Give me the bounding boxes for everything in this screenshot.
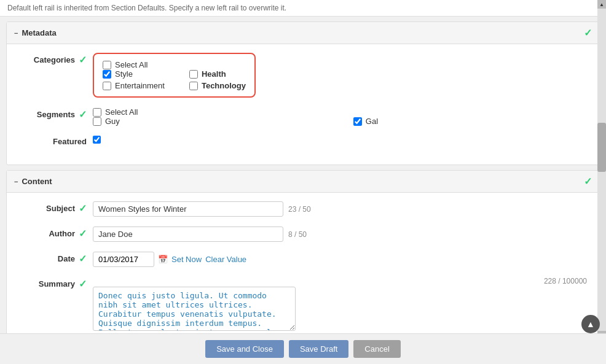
segments-label-inner: Segments ✓ (19, 109, 87, 120)
categories-valid-icon: ✓ (79, 54, 87, 66)
metadata-header: − Metadata ✓ (7, 22, 599, 44)
metadata-valid-icon: ✓ (584, 27, 592, 39)
summary-control: 228 / 100000 Donec quis justo ligula. Ut… (93, 277, 587, 333)
subject-input[interactable] (93, 201, 283, 217)
scroll-up-button[interactable]: ▲ (597, 0, 606, 9)
summary-label-container: Summary ✓ (19, 277, 93, 290)
metadata-body: Categories ✓ Select All Style (7, 44, 599, 165)
cat-technology-label[interactable]: Technology (202, 81, 246, 90)
page-wrapper: Default left rail is inherited from Sect… (0, 0, 606, 364)
author-input-row: 8 / 50 (93, 227, 587, 242)
author-row: Author ✓ 8 / 50 (19, 227, 587, 242)
seg-guy-checkbox[interactable] (93, 117, 101, 126)
content-title: Content (22, 177, 52, 186)
summary-textarea[interactable]: Donec quis justo ligula. Ut commodo nibh… (93, 287, 296, 331)
cat-style-item: Style (103, 69, 165, 79)
summary-area: 228 / 100000 Donec quis justo ligula. Ut… (93, 277, 587, 333)
featured-checkbox[interactable] (93, 136, 101, 144)
seg-select-all-label[interactable]: Select All (105, 107, 138, 117)
top-info-bar: Default left rail is inherited from Sect… (0, 0, 606, 17)
subject-char-count: 23 / 50 (288, 205, 311, 214)
date-row: Date ✓ 📅 Set Now Clear Value (19, 252, 587, 267)
calendar-icon[interactable]: 📅 (158, 255, 168, 264)
subject-label: Subject (46, 204, 75, 213)
cat-select-all-checkbox[interactable] (103, 61, 111, 69)
subject-label-inner: Subject ✓ (19, 203, 87, 214)
seg-gal-label[interactable]: Gal (366, 117, 378, 126)
cat-entertainment-label[interactable]: Entertainment (115, 81, 165, 90)
subject-control: 23 / 50 (93, 201, 587, 217)
metadata-title: Metadata (22, 28, 56, 37)
featured-control (93, 136, 587, 145)
featured-label-inner: Featured (19, 137, 87, 146)
footer-bar: Save and Close Save Draft Cancel (0, 333, 606, 364)
categories-label: Categories (34, 55, 75, 64)
cat-technology-item: Technology (189, 81, 246, 90)
featured-row: Featured (19, 136, 587, 146)
date-label-inner: Date ✓ (19, 253, 87, 265)
subject-valid-icon: ✓ (79, 203, 87, 214)
date-valid-icon: ✓ (79, 253, 87, 265)
clear-value-link[interactable]: Clear Value (205, 255, 246, 264)
content-header: − Content ✓ (7, 171, 599, 193)
cat-entertainment-item: Entertainment (103, 81, 165, 90)
cat-style-label[interactable]: Style (115, 69, 133, 79)
content-valid-icon: ✓ (584, 176, 592, 187)
seg-gal-item: Gal (353, 117, 587, 126)
seg-guy-item: Guy (93, 117, 329, 126)
author-label-inner: Author ✓ (19, 228, 87, 239)
metadata-header-left: − Metadata (14, 28, 57, 37)
date-input[interactable] (93, 252, 154, 267)
content-collapse-icon[interactable]: − (14, 178, 18, 185)
cat-technology-checkbox[interactable] (189, 82, 198, 90)
set-now-link[interactable]: Set Now (171, 255, 202, 264)
content-header-left: − Content (14, 177, 52, 186)
segments-control: Select All Guy Gal (93, 107, 587, 126)
date-label-container: Date ✓ (19, 252, 93, 265)
segments-valid-icon: ✓ (79, 109, 87, 120)
segments-label: Segments (37, 110, 75, 119)
categories-label-inner: Categories ✓ (19, 54, 87, 66)
summary-char-count: 228 / 100000 (93, 277, 587, 285)
scrollbar-track: ▲ ▼ (597, 0, 606, 364)
author-char-count: 8 / 50 (288, 230, 307, 239)
seg-select-all-item: Select All (93, 107, 587, 117)
cat-health-checkbox[interactable] (189, 70, 198, 79)
summary-valid-icon: ✓ (79, 278, 87, 290)
date-control: 📅 Set Now Clear Value (93, 252, 587, 267)
scroll-to-top-button[interactable]: ▲ (581, 315, 600, 333)
seg-guy-label[interactable]: Guy (105, 117, 120, 126)
cat-entertainment-checkbox[interactable] (103, 82, 111, 90)
subject-row: Subject ✓ 23 / 50 (19, 201, 587, 217)
content-section: − Content ✓ Subject ✓ 23 / 50 (6, 170, 600, 352)
seg-select-all-checkbox[interactable] (93, 108, 101, 117)
categories-row: Categories ✓ Select All Style (19, 53, 587, 98)
metadata-section: − Metadata ✓ Categories ✓ S (6, 21, 600, 165)
seg-gal-checkbox[interactable] (353, 117, 362, 126)
summary-row: Summary ✓ 228 / 100000 Donec quis justo … (19, 277, 587, 333)
author-label-container: Author ✓ (19, 227, 93, 239)
scrollbar-thumb[interactable] (597, 123, 606, 172)
author-control: 8 / 50 (93, 227, 587, 242)
author-label: Author (49, 229, 75, 238)
cat-style-checkbox[interactable] (103, 70, 111, 79)
cat-select-all-label[interactable]: Select All (115, 60, 148, 69)
featured-label: Featured (53, 137, 87, 146)
save-draft-button[interactable]: Save Draft (289, 340, 348, 358)
cat-checkbox-grid: Style Health Entertainment (103, 69, 246, 90)
summary-label-inner: Summary ✓ (19, 278, 87, 290)
subject-input-row: 23 / 50 (93, 201, 587, 217)
cancel-button[interactable]: Cancel (353, 340, 400, 358)
segments-label-container: Segments ✓ (19, 107, 93, 120)
save-close-button[interactable]: Save and Close (205, 340, 284, 358)
metadata-collapse-icon[interactable]: − (14, 29, 18, 37)
segments-row: Segments ✓ Select All Guy (19, 107, 587, 126)
seg-checkbox-grid: Guy Gal (93, 117, 587, 126)
cat-health-item: Health (189, 69, 246, 79)
author-input[interactable] (93, 227, 283, 242)
top-info-text: Default left rail is inherited from Sect… (7, 4, 286, 12)
cat-select-all-item: Select All (103, 60, 246, 69)
summary-label: Summary (39, 279, 75, 288)
featured-label-container: Featured (19, 136, 93, 146)
cat-health-label[interactable]: Health (202, 69, 226, 79)
